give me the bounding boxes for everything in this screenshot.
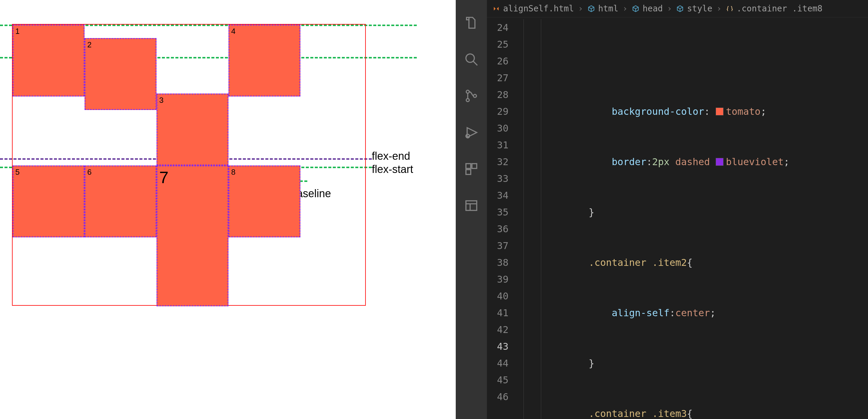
label-flex-end: flex-end bbox=[372, 150, 410, 162]
line-number: 27 bbox=[487, 69, 508, 86]
flex-item-7: 7 bbox=[156, 165, 228, 306]
breadcrumb-selector[interactable]: .container .item8 bbox=[737, 4, 823, 13]
svg-point-0 bbox=[466, 54, 474, 62]
line-number: 38 bbox=[487, 254, 508, 271]
svg-point-3 bbox=[466, 99, 469, 102]
svg-point-2 bbox=[466, 90, 469, 93]
item-number: 7 bbox=[159, 167, 168, 187]
breadcrumb-file[interactable]: alignSelf.html bbox=[503, 4, 574, 13]
item-number: 6 bbox=[87, 167, 91, 177]
svg-rect-7 bbox=[472, 164, 477, 168]
flex-row-1: 1 2 3 4 bbox=[12, 25, 366, 165]
flex-container-outline: 1 2 3 4 5 6 7 8 bbox=[12, 24, 366, 306]
chevron-right-icon: › bbox=[578, 4, 583, 13]
color-swatch-icon bbox=[716, 107, 723, 116]
flex-item-3: 3 bbox=[156, 94, 228, 165]
chevron-right-icon: › bbox=[717, 4, 722, 13]
chevron-right-icon: › bbox=[622, 4, 627, 13]
line-number: 24 bbox=[487, 19, 508, 36]
item-number: 3 bbox=[159, 96, 163, 105]
item-number: 2 bbox=[87, 40, 91, 50]
code-line[interactable]: align-self:center; bbox=[516, 304, 868, 321]
code-line[interactable]: .container .item2{ bbox=[516, 254, 868, 271]
item-number: 1 bbox=[15, 27, 20, 36]
flex-item-2: 2 bbox=[85, 38, 156, 110]
line-number: 44 bbox=[487, 355, 508, 372]
code-line[interactable]: background-color: tomato; bbox=[516, 103, 868, 120]
preview-pane-icon[interactable] bbox=[464, 198, 479, 214]
item-number: 4 bbox=[231, 27, 236, 36]
line-number: 31 bbox=[487, 137, 508, 154]
code-line[interactable]: .container .item3{ bbox=[516, 405, 868, 419]
line-number: 45 bbox=[487, 372, 508, 388]
flex-row-2: 5 6 7 8 bbox=[12, 165, 366, 306]
line-number: 39 bbox=[487, 271, 508, 288]
item-number: 5 bbox=[15, 167, 20, 177]
line-number: 25 bbox=[487, 36, 508, 53]
line-number: 30 bbox=[487, 120, 508, 137]
line-number: 46 bbox=[487, 388, 508, 405]
line-number: 32 bbox=[487, 154, 508, 170]
code-line[interactable]: } bbox=[516, 355, 868, 372]
search-icon[interactable] bbox=[464, 52, 479, 67]
breadcrumb-html[interactable]: html bbox=[598, 4, 618, 13]
line-number: 36 bbox=[487, 221, 508, 237]
files-icon[interactable] bbox=[464, 15, 479, 31]
svg-rect-6 bbox=[466, 164, 471, 168]
vscode-window: alignSelf.html › html › head › style › bbox=[456, 0, 868, 419]
source-control-icon[interactable] bbox=[464, 88, 479, 104]
line-number: 41 bbox=[487, 304, 508, 321]
html-file-icon bbox=[492, 5, 500, 12]
browser-preview: center flex-end flex-start baseline 1 2 … bbox=[0, 0, 456, 419]
line-number: 34 bbox=[487, 187, 508, 204]
svg-rect-8 bbox=[466, 170, 471, 174]
activity-bar bbox=[456, 0, 487, 419]
cube-icon bbox=[587, 5, 595, 12]
breadcrumbs[interactable]: alignSelf.html › html › head › style › bbox=[487, 0, 868, 18]
line-number: 43 bbox=[487, 338, 508, 355]
svg-point-4 bbox=[473, 94, 476, 97]
extensions-icon[interactable] bbox=[464, 161, 479, 177]
flex-item-5: 5 bbox=[12, 165, 85, 237]
line-number: 40 bbox=[487, 288, 508, 304]
flex-item-1: 1 bbox=[12, 25, 85, 97]
flex-item-6: 6 bbox=[85, 165, 156, 237]
line-number: 37 bbox=[487, 237, 508, 254]
line-number: 33 bbox=[487, 170, 508, 187]
line-number: 35 bbox=[487, 204, 508, 221]
color-swatch-icon bbox=[716, 158, 723, 166]
line-number: 26 bbox=[487, 53, 508, 69]
item-number: 8 bbox=[231, 167, 236, 177]
cube-icon bbox=[676, 5, 684, 12]
code-line[interactable]: border:2px dashed blueviolet; bbox=[516, 154, 868, 170]
label-flex-start: flex-start bbox=[372, 163, 413, 175]
code-content[interactable]: background-color: tomato; border:2px das… bbox=[516, 19, 868, 419]
flex-item-4: 4 bbox=[228, 25, 301, 97]
css-rule-icon bbox=[726, 5, 734, 12]
cube-icon bbox=[632, 5, 640, 12]
flex-item-8: 8 bbox=[228, 165, 301, 237]
svg-line-1 bbox=[473, 61, 477, 65]
editor-area: alignSelf.html › html › head › style › bbox=[487, 0, 868, 419]
code-editor[interactable]: 24 25 26 27 28 29 30 31 32 33 34 35 36 3… bbox=[487, 18, 868, 419]
line-number: 42 bbox=[487, 321, 508, 338]
run-debug-icon[interactable] bbox=[464, 125, 479, 140]
line-number: 29 bbox=[487, 103, 508, 120]
line-number: 28 bbox=[487, 86, 508, 103]
line-number-gutter: 24 25 26 27 28 29 30 31 32 33 34 35 36 3… bbox=[487, 19, 516, 419]
chevron-right-icon: › bbox=[667, 4, 672, 13]
breadcrumb-head[interactable]: head bbox=[643, 4, 662, 13]
breadcrumb-style[interactable]: style bbox=[687, 4, 712, 13]
code-line[interactable]: } bbox=[516, 204, 868, 221]
svg-rect-9 bbox=[466, 201, 477, 211]
